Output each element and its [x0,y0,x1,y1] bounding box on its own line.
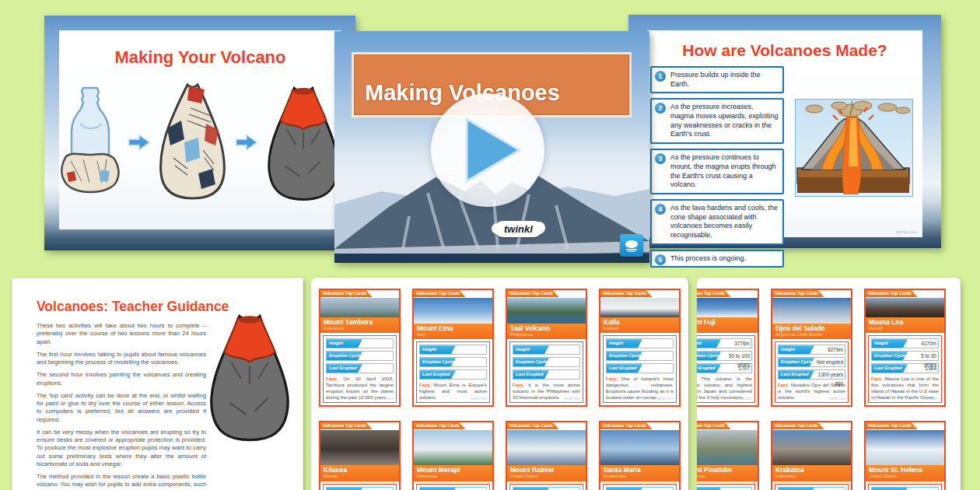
card-name-banner: Kilauea Hawaii [320,465,399,481]
stat-label: Eruption Cycle [513,358,549,366]
slide-title: How are Volcanoes Made? [647,30,922,60]
stat-row: Eruption Cycle 50 to 100 years [697,351,752,361]
volcano-country: Indonesia [417,474,489,479]
card-stats: Height Eruption Cycle Last Erupted Fact:… [603,335,677,403]
guidance-paragraph: The method provided in the lesson create… [37,473,206,490]
card-name-banner: Mount Merapi Indonesia [414,465,492,481]
volcano-name: Mount Tambora [324,319,396,326]
card-badge: Volcanoes Top Cards [772,290,824,297]
volcano-name: Mount Rainier [510,467,583,474]
stat-value [549,358,579,366]
stat-label: Height [872,339,908,348]
stat-value [362,364,393,373]
card-stats: Height 813m Eruption Cycle Last Erupted … [775,484,849,490]
card-stats: Height 4170m Eruption Cycle 5 to 30 year… [868,335,942,403]
stat-row: Eruption Cycle [513,357,580,367]
step-number-badge: 1 [655,71,666,82]
card-name-banner: Mount St. Helens United States [866,465,944,481]
twinkl-watermark: twinkl.com [922,397,939,401]
slide-making-your-volcano: Making Your Volcano [44,16,355,250]
stat-row: Last Erupted 1300 years ago [778,369,845,380]
volcano-top-card: Volcanoes Top Cards Mauna Loa Hawaii Hei… [864,289,946,407]
volcano-cross-section-diagram [795,99,913,197]
stat-row: Last Erupted [419,369,487,380]
volcano-country: Guatemala [604,474,676,479]
card-stats: Height 1486m Eruption Cycle Last Erupted… [697,484,755,490]
step-text: Pressure builds up inside the Earth. [670,71,779,89]
guidance-paragraphs: These two activities will take about two… [37,322,206,490]
volcano-top-card: Volcanoes Top Cards Kilauea Hawaii Heigh… [319,421,401,490]
twinkl-watermark: twinkl.com [736,397,752,401]
card-name-banner: Mount Tambora Indonesia [320,317,399,334]
play-button[interactable] [431,93,544,207]
stat-row: Height 3776m [697,338,752,348]
volcano-photo [866,297,944,317]
volcano-photo [414,429,492,465]
card-stats: Height Eruption Cycle Last Erupted twink… [416,484,490,490]
card-badge: Volcanoes Top Cards [866,422,918,429]
stat-label: Eruption Cycle [607,352,642,360]
volcano-top-card: Volcanoes Top Cards Mount Tambora Indone… [319,289,401,407]
card-badge: Volcanoes Top Cards [507,290,559,297]
volcano-top-card: Volcanoes Top Cards Mount Fuji Japan Hei… [697,289,759,407]
process-step: 4 As the lava hardens and cools, the con… [650,199,784,245]
stat-row: Last Erupted [326,363,394,373]
card-stats: Height 6279m Eruption Cycle Not erupted … [775,341,849,403]
card-badge: Volcanoes Top Cards [600,290,653,297]
step-text: As the pressure continues to mount, the … [670,153,779,190]
card-name-banner: Katla Iceland [600,317,679,334]
volcano-name: Mauna Loa [869,319,941,326]
stat-value [642,364,673,373]
volcano-name: Katla [604,319,676,326]
volcano-photo [320,297,399,317]
volcano-photo [697,429,758,465]
stat-row: Height 813m [778,487,845,490]
top-cards-page-1: Volcanoes Top Cards Mount Tambora Indone… [311,278,688,490]
stat-row: Last Erupted [513,369,580,380]
stat-value [456,358,486,366]
volcano-name: Santa Maria [604,467,676,474]
stat-row: Last Erupted 1707 [697,363,752,373]
volcano-name: Mount Merapi [417,467,489,474]
volcano-country: Argentina-Chile Border [775,332,848,338]
volcano-name: Taal Volcano [510,325,583,332]
card-badge: Volcanoes Top Cards [507,422,559,429]
guidance-paragraph: It can be very messy when the volcanoes … [37,429,206,468]
stat-row: Height [419,487,487,490]
twinkl-watermark: twinkl.com [896,229,918,234]
card-badge: Volcanoes Top Cards [772,422,824,429]
card-stats: Height Eruption Cycle Last Erupted twink… [323,484,397,490]
stat-value: 1707 [721,364,751,373]
card-badge: Volcanoes Top Cards [414,290,466,297]
volcano-photo [600,297,679,317]
stat-label: Last Erupted [697,364,721,373]
stat-label: Eruption Cycle [697,352,721,360]
stat-row: Height 2549m [871,487,939,490]
process-steps-list: 1 Pressure builds up inside the Earth. 2… [650,66,784,272]
volcano-top-card: Volcanoes Top Cards Mount Etna Italy Hei… [412,289,494,407]
volcano-country: Hawaii [869,326,941,331]
card-name-banner: Mount Etna Italy [414,324,492,340]
stat-value: 5 to 30 years [908,352,938,360]
arrow-right-icon [128,133,151,152]
volcano-photo [866,429,944,465]
twinkl-watermark: twinkl.com [657,397,674,401]
stat-value [456,370,486,379]
stat-value: 1300 years ago [814,370,845,379]
stat-label: Height [327,339,362,348]
twinkl-watermark: twinkl.com [377,397,394,401]
stat-row: Height 4170m [871,338,939,348]
volcano-name: Mount Etna [417,325,489,332]
stat-label: Last Erupted [327,364,362,373]
card-stats: Height Eruption Cycle Last Erupted Fact:… [323,335,397,403]
stat-row: Height [606,487,674,490]
volcano-country: Philippines [697,474,754,479]
volcano-top-card: Volcanoes Top Cards Santa Maria Guatemal… [599,421,681,490]
volcano-top-card: Volcanoes Top Cards Mount Merapi Indones… [412,421,494,490]
volcano-country: United States [869,474,941,479]
volcano-country: Philippines [510,332,583,338]
volcano-country: Indonesia [775,474,848,479]
slide-title: Making Your Volcano [59,30,341,68]
volcano-country: United States [510,474,583,479]
card-badge: Volcanoes Top Cards [866,290,918,297]
